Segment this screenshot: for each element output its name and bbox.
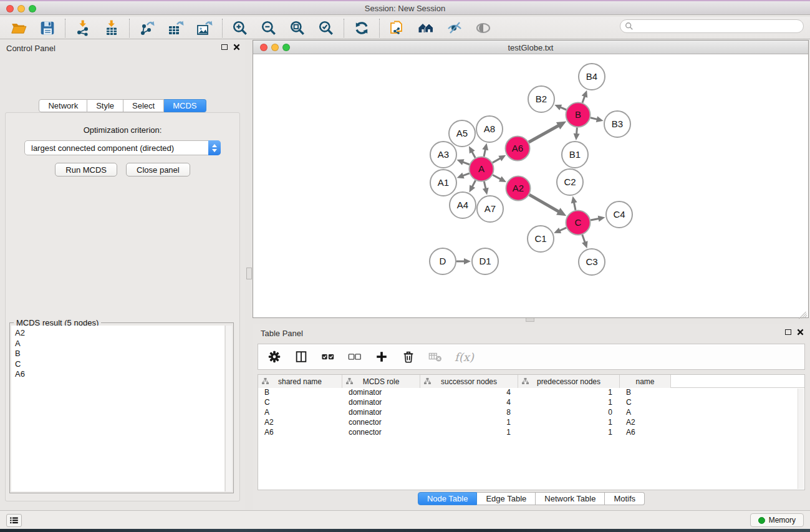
import-table-button[interactable] bbox=[103, 19, 120, 37]
mcds-result-list[interactable]: A2ABCA6 bbox=[11, 326, 225, 491]
close-panel-button[interactable]: Close panel bbox=[126, 163, 190, 177]
task-list-button[interactable] bbox=[6, 514, 22, 527]
table-scrollbar[interactable] bbox=[798, 389, 804, 489]
graph-node-label: B bbox=[575, 109, 581, 120]
graph-node-label: A3 bbox=[438, 149, 449, 160]
window-resize-grip[interactable] bbox=[799, 308, 808, 317]
tab-mcds[interactable]: MCDS bbox=[164, 99, 206, 112]
tab-select[interactable]: Select bbox=[123, 99, 164, 112]
graph-edge[interactable] bbox=[591, 218, 599, 220]
result-item[interactable]: B bbox=[15, 349, 224, 359]
unselect-all-button[interactable] bbox=[347, 349, 362, 364]
close-table-panel-icon[interactable] bbox=[797, 329, 804, 336]
graph-edge[interactable] bbox=[582, 235, 586, 243]
zoom-out-button[interactable] bbox=[260, 19, 277, 37]
table-row[interactable]: A6connector11A6 bbox=[258, 428, 804, 438]
tab-edge-table[interactable]: Edge Table bbox=[477, 492, 536, 505]
table-cell: 0 bbox=[518, 408, 620, 418]
close-panel-icon[interactable] bbox=[233, 44, 240, 51]
memory-label: Memory bbox=[769, 516, 796, 525]
zoom-in-button[interactable] bbox=[231, 19, 249, 37]
graph-node-label: A6 bbox=[512, 143, 523, 153]
delete-column-button[interactable] bbox=[401, 349, 416, 364]
network-view-window: testGlobe.txt B4B2BB3A5A8A6B1A3AA1C2A2A4… bbox=[253, 40, 809, 318]
criterion-select[interactable]: largest connected component (directed) bbox=[24, 140, 221, 155]
tab-motifs[interactable]: Motifs bbox=[605, 492, 645, 505]
column-header-successor-nodes[interactable]: successor nodes bbox=[420, 375, 518, 388]
table-cell: 1 bbox=[518, 418, 620, 428]
column-header-name[interactable]: name bbox=[620, 375, 671, 388]
graph-edge[interactable] bbox=[529, 195, 559, 212]
run-mcds-button[interactable]: Run MCDS bbox=[55, 163, 117, 177]
result-scrollbar[interactable] bbox=[225, 326, 232, 491]
add-column-button[interactable] bbox=[374, 349, 389, 364]
export-image-button[interactable] bbox=[196, 19, 213, 37]
refresh-button[interactable] bbox=[353, 19, 370, 37]
horizontal-splitter-grip[interactable] bbox=[526, 317, 534, 322]
result-item[interactable]: A2 bbox=[15, 328, 224, 339]
table-cell: dominator bbox=[342, 388, 420, 398]
memory-button[interactable]: Memory bbox=[750, 513, 804, 527]
select-all-button[interactable] bbox=[321, 349, 335, 364]
graph-node-label: A1 bbox=[438, 177, 449, 188]
float-table-panel-icon[interactable] bbox=[785, 329, 791, 335]
graph-edge[interactable] bbox=[574, 201, 576, 210]
network-graph[interactable]: B4B2BB3A5A8A6B1A3AA1C2A2A4A7C4CC1C3DD1 bbox=[253, 54, 808, 317]
table-settings-button[interactable] bbox=[267, 349, 282, 364]
graph-edge-arrowhead bbox=[598, 216, 605, 222]
network-canvas[interactable]: B4B2BB3A5A8A6B1A3AA1C2A2A4A7C4CC1C3DD1 bbox=[253, 54, 808, 317]
table-row[interactable]: A2connector11A2 bbox=[258, 418, 804, 428]
column-header-shared-name[interactable]: shared name bbox=[258, 375, 342, 388]
table-cell: A6 bbox=[258, 428, 342, 438]
control-panel-header: Control Panel bbox=[0, 39, 245, 57]
open-file-button[interactable] bbox=[10, 19, 27, 37]
result-item[interactable]: A6 bbox=[15, 369, 224, 380]
column-header-MCDS-role[interactable]: MCDS role bbox=[342, 375, 420, 388]
tab-network-table[interactable]: Network Table bbox=[536, 492, 605, 505]
hide-eye-button[interactable] bbox=[446, 19, 463, 37]
networks-home-button[interactable] bbox=[417, 19, 435, 37]
export-image-icon bbox=[196, 20, 213, 36]
table-row[interactable]: Bdominator41B bbox=[258, 388, 804, 398]
status-bar: Memory bbox=[0, 510, 810, 529]
column-header-predecessor-nodes[interactable]: predecessor nodes bbox=[518, 375, 620, 388]
graph-node-label: A2 bbox=[513, 183, 524, 193]
vertical-splitter-grip[interactable] bbox=[246, 268, 252, 279]
graph-node-label: B4 bbox=[586, 71, 597, 82]
copy-network-button[interactable] bbox=[388, 19, 406, 37]
search-box[interactable] bbox=[620, 19, 804, 33]
tab-style[interactable]: Style bbox=[87, 99, 123, 112]
zoom-selected-button[interactable] bbox=[317, 19, 335, 37]
table-panel: Table Panel bbox=[253, 324, 810, 510]
app-title-bar: Session: New Session bbox=[0, 0, 810, 15]
graph-edge[interactable] bbox=[529, 125, 559, 142]
export-table-button[interactable] bbox=[167, 19, 185, 37]
graph-edge[interactable] bbox=[493, 175, 501, 180]
search-input[interactable] bbox=[634, 21, 803, 32]
import-table-icon bbox=[104, 20, 120, 36]
import-network-button[interactable] bbox=[74, 19, 92, 37]
table-row[interactable]: Cdominator41C bbox=[258, 398, 804, 408]
graph-edge[interactable] bbox=[493, 158, 501, 163]
result-item[interactable]: A bbox=[15, 339, 224, 349]
zoom-fit-button[interactable] bbox=[289, 19, 306, 37]
function-builder-button: f(x) bbox=[455, 351, 474, 364]
show-column-button[interactable] bbox=[294, 349, 309, 364]
zoom-fit-icon bbox=[289, 20, 306, 36]
float-panel-icon[interactable] bbox=[221, 44, 228, 50]
graph-node-label: A8 bbox=[484, 123, 495, 134]
search-icon bbox=[625, 22, 634, 31]
tab-node-table[interactable]: Node Table bbox=[418, 492, 478, 505]
eye-button[interactable] bbox=[475, 19, 492, 37]
export-network-button[interactable] bbox=[138, 19, 156, 37]
table-cell: 4 bbox=[420, 398, 518, 408]
save-session-button[interactable] bbox=[39, 19, 56, 37]
result-item[interactable]: C bbox=[15, 359, 224, 370]
graph-edge-arrowhead bbox=[571, 196, 577, 204]
graph-node-label: A bbox=[478, 163, 485, 174]
table-panel-title: Table Panel bbox=[261, 329, 303, 338]
table-cell: connector bbox=[342, 428, 420, 438]
hierarchy-icon bbox=[424, 378, 431, 385]
tab-network[interactable]: Network bbox=[39, 99, 87, 112]
table-row[interactable]: Adominator80A bbox=[258, 408, 804, 418]
